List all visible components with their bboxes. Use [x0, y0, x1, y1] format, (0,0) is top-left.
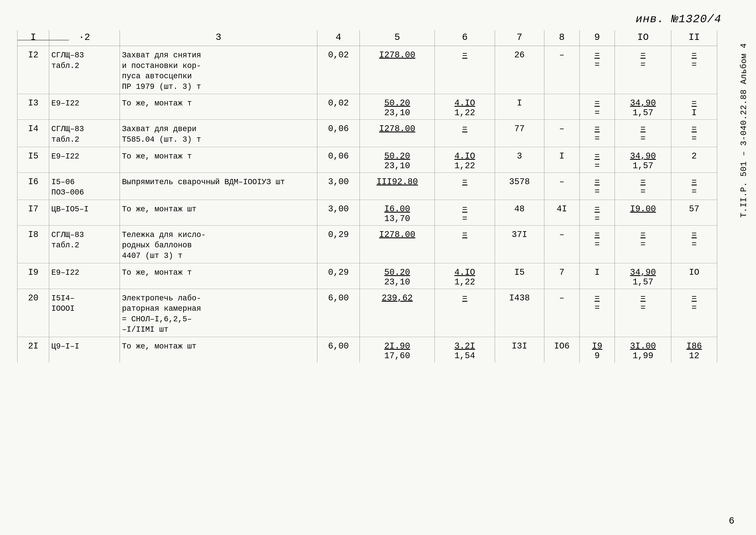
main-table: I ·2 3 4 5 6 7 8 9 IO II I2 СГЛЩ–83табл.…: [17, 30, 717, 362]
table-row: 20 I5I4–IOOOI Электропечь лабо-раторная …: [17, 289, 717, 337]
row-price2: =: [435, 120, 495, 147]
row-qty: 0,06: [317, 120, 360, 147]
row-col9: ==: [580, 225, 615, 263]
row-price1: 50.2023,10: [360, 263, 435, 289]
row-price2: =: [435, 289, 495, 337]
row-qty: 6,00: [317, 289, 360, 337]
col-header-1: I: [17, 30, 49, 46]
row-code: СГЛЩ–83табл.2: [49, 225, 120, 263]
row-col9: ==: [580, 173, 615, 200]
row-id: I7: [17, 200, 49, 225]
row-col10: ==: [615, 225, 671, 263]
row-col11: ==: [671, 173, 717, 200]
row-col10: 34,901,57: [615, 263, 671, 289]
row-code: Ц9–I–I: [49, 337, 120, 362]
row-desc: Захват для снятияи постановки кор-пуса а…: [120, 46, 317, 94]
row-id: I3: [17, 94, 49, 120]
row-col10: 3I.001,99: [615, 337, 671, 362]
row-col11: I8612: [671, 337, 717, 362]
row-col9: ==: [580, 289, 615, 337]
table-row: 2I Ц9–I–I То же, монтаж шт 6,00 2I.9017,…: [17, 337, 717, 362]
row-code: СГЛЩ–83табл.2: [49, 46, 120, 94]
row-code: Е9–I22: [49, 147, 120, 173]
table-row: I6 I5–06ПОЗ–006 Выпрямитель сварочный ВД…: [17, 173, 717, 200]
row-code: I5I4–IOOOI: [49, 289, 120, 337]
row-code: Е9–I22: [49, 94, 120, 120]
col-header-4: 4: [317, 30, 360, 46]
row-price1: 239,62: [360, 289, 435, 337]
row-price1: I278.00: [360, 120, 435, 147]
table-row: I8 СГЛЩ–83табл.2 Тележка для кисло-родны…: [17, 225, 717, 263]
row-qty: 0,02: [317, 46, 360, 94]
row-col9: I99: [580, 337, 615, 362]
col-header-11: II: [671, 30, 717, 46]
row-price2: =: [435, 225, 495, 263]
row-col10: 34,901,57: [615, 94, 671, 120]
row-col10: ==: [615, 46, 671, 94]
table-row: I9 Е9–I22 То же, монтаж т 0,29 50.2023,1…: [17, 263, 717, 289]
row-col9: I: [580, 263, 615, 289]
col-header-6: 6: [435, 30, 495, 46]
row-code: I5–06ПОЗ–006: [49, 173, 120, 200]
row-price1: I278.00: [360, 225, 435, 263]
side-label: Т.II.Р. 501 – 3-040.22.88 Альбом 4: [738, 43, 749, 217]
row-desc: Электропечь лабо-раторная камерная= СНОЛ…: [120, 289, 317, 337]
col-header-9: 9: [580, 30, 615, 46]
row-col9: ==: [580, 46, 615, 94]
row-desc: То же, монтаж шт: [120, 200, 317, 225]
table-row: I2 СГЛЩ–83табл.2 Захват для снятияи пост…: [17, 46, 717, 94]
row-col8: [544, 94, 580, 120]
row-col8: IO6: [544, 337, 580, 362]
row-col11: ==: [671, 46, 717, 94]
row-col11: ==: [671, 120, 717, 147]
row-price1: III92.80: [360, 173, 435, 200]
row-id: 2I: [17, 337, 49, 362]
col-header-7: 7: [495, 30, 544, 46]
row-col8: –: [544, 173, 580, 200]
row-desc: То же, монтаж т: [120, 147, 317, 173]
row-col8: 7: [544, 263, 580, 289]
row-col7: 26: [495, 46, 544, 94]
row-price1: 50.2023,10: [360, 147, 435, 173]
inv-number: инв. №1320/4: [636, 13, 721, 26]
page: инв. №1320/4 Т.II.Р. 501 – 3-040.22.88 А…: [0, 0, 756, 535]
row-col10: I9.00: [615, 200, 671, 225]
row-qty: 0,29: [317, 263, 360, 289]
row-id: I8: [17, 225, 49, 263]
row-col8: –: [544, 46, 580, 94]
row-qty: 6,00: [317, 337, 360, 362]
row-price2: =: [435, 173, 495, 200]
row-col11: ==: [671, 289, 717, 337]
table-row: I5 Е9–I22 То же, монтаж т 0,06 50.2023,1…: [17, 147, 717, 173]
row-desc: То же, монтаж шт: [120, 337, 317, 362]
row-col11: 57: [671, 200, 717, 225]
row-col9: ==: [580, 94, 615, 120]
row-col7: 37I: [495, 225, 544, 263]
table-row: I7 ЦВ–IO5–I То же, монтаж шт 3,00 I6.001…: [17, 200, 717, 225]
col-header-2: ·2: [49, 30, 120, 46]
row-price1: I278.00: [360, 46, 435, 94]
row-id: 20: [17, 289, 49, 337]
row-code: СГЛЩ–83табл.2: [49, 120, 120, 147]
row-price2: 3.2I1,54: [435, 337, 495, 362]
row-col7: I: [495, 94, 544, 120]
row-col11: 2: [671, 147, 717, 173]
row-col11: ==: [671, 225, 717, 263]
table-header-row: I ·2 3 4 5 6 7 8 9 IO II: [17, 30, 717, 46]
row-id: I6: [17, 173, 49, 200]
row-col10: ==: [615, 120, 671, 147]
table-area: I ·2 3 4 5 6 7 8 9 IO II I2 СГЛЩ–83табл.…: [17, 30, 717, 522]
row-price1: 50.2023,10: [360, 94, 435, 120]
row-id: I9: [17, 263, 49, 289]
row-col7: I438: [495, 289, 544, 337]
row-price2: ==: [435, 200, 495, 225]
row-col9: ==: [580, 200, 615, 225]
row-col10: 34,901,57: [615, 147, 671, 173]
row-id: I4: [17, 120, 49, 147]
row-desc: Захват для двериТ585.04 (шт. 3) т: [120, 120, 317, 147]
row-desc: То же, монтаж т: [120, 263, 317, 289]
row-col9: ==: [580, 147, 615, 173]
table-row: I4 СГЛЩ–83табл.2 Захват для двериТ585.04…: [17, 120, 717, 147]
row-code: ЦВ–IO5–I: [49, 200, 120, 225]
row-price1: 2I.9017,60: [360, 337, 435, 362]
